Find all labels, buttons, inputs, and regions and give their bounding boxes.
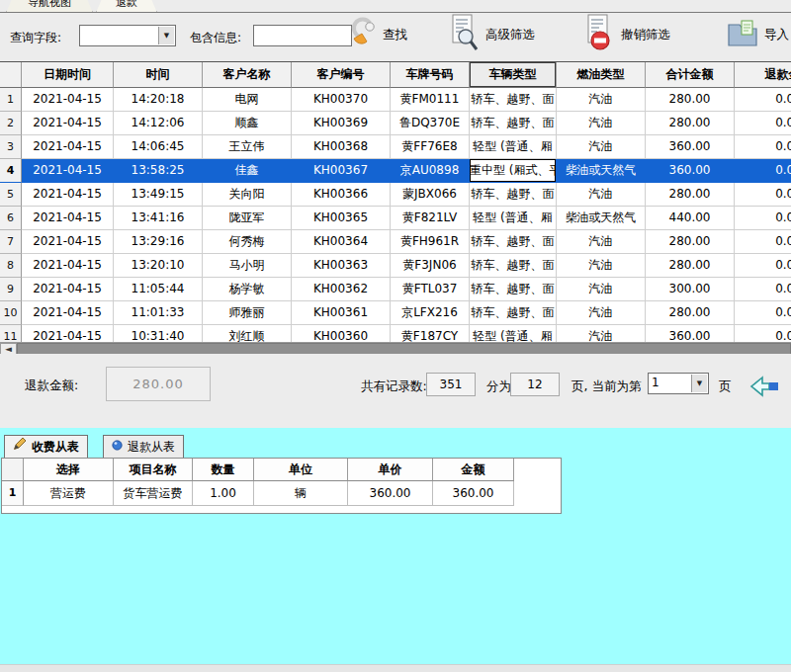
grid-cell[interactable]: 2021-04-15 bbox=[22, 88, 114, 112]
grid-cell[interactable]: 0.00 bbox=[735, 325, 791, 342]
grid-cell[interactable]: 2021-04-15 bbox=[22, 135, 114, 159]
grid-cell[interactable]: 2021-04-15 bbox=[22, 159, 114, 183]
grid-cell[interactable]: 0.00 bbox=[735, 301, 791, 325]
grid-cell[interactable]: 黄FM0111 bbox=[391, 88, 470, 112]
column-header-time[interactable]: 时间 bbox=[114, 62, 203, 88]
grid-cell[interactable]: 280.00 bbox=[646, 230, 735, 254]
grid-cell[interactable]: 佳鑫 bbox=[203, 159, 292, 183]
table-row[interactable]: 52021-04-1513:49:15关向阳KH00366蒙JBX066轿车、越… bbox=[0, 183, 791, 207]
row-number[interactable]: 8 bbox=[0, 254, 22, 278]
grid-cell[interactable]: 0.00 bbox=[735, 183, 791, 207]
grid-cell[interactable]: 2021-04-15 bbox=[22, 112, 114, 135]
table-row[interactable]: 62021-04-1513:41:16陇亚军KH00365黄F821LV轻型 (… bbox=[0, 207, 791, 230]
advanced-filter-button[interactable]: 高级筛选 bbox=[450, 13, 535, 56]
tab-charge-subtable[interactable]: 收费从表 bbox=[4, 435, 88, 459]
grid-cell[interactable]: 马小明 bbox=[203, 254, 292, 278]
grid-cell[interactable]: 0.00 bbox=[735, 254, 791, 278]
grid-cell[interactable]: KH00369 bbox=[292, 112, 391, 135]
detail-header-amount[interactable]: 金额 bbox=[433, 459, 514, 481]
column-header-refund[interactable]: 退款金额 bbox=[735, 62, 791, 88]
grid-cell[interactable]: 京AU0898 bbox=[391, 159, 470, 183]
grid-cell[interactable]: 14:20:18 bbox=[114, 88, 203, 112]
grid-cell[interactable]: 0.00 bbox=[735, 230, 791, 254]
grid-cell[interactable]: 13:49:15 bbox=[114, 183, 203, 207]
grid-cell[interactable]: KH00367 bbox=[292, 159, 391, 183]
grid-cell[interactable]: KH00363 bbox=[292, 254, 391, 278]
grid-cell[interactable]: 280.00 bbox=[646, 112, 735, 135]
column-header-custcode[interactable]: 客户编号 bbox=[292, 62, 391, 88]
grid-cell[interactable]: KH00361 bbox=[292, 301, 391, 325]
grid-cell[interactable]: 陇亚军 bbox=[203, 207, 292, 230]
scrollbar-thumb[interactable] bbox=[17, 343, 791, 354]
grid-cell[interactable]: 何秀梅 bbox=[203, 230, 292, 254]
previous-page-arrow-icon[interactable] bbox=[748, 376, 780, 401]
grid-cell[interactable]: KH00368 bbox=[292, 135, 391, 159]
grid-cell[interactable]: KH00362 bbox=[292, 278, 391, 301]
grid-cell[interactable]: 2021-04-15 bbox=[22, 301, 114, 325]
detail-cell[interactable]: 货车营运费 bbox=[114, 481, 193, 506]
grid-cell[interactable]: 13:29:16 bbox=[114, 230, 203, 254]
row-number[interactable]: 11 bbox=[0, 325, 22, 342]
column-header-fueltype[interactable]: 燃油类型 bbox=[557, 62, 646, 88]
grid-cell[interactable]: KH00360 bbox=[292, 325, 391, 342]
grid-cell[interactable]: 黄F821LV bbox=[391, 207, 470, 230]
grid-cell[interactable]: 0.00 bbox=[735, 135, 791, 159]
grid-cell[interactable]: 汽油 bbox=[557, 112, 646, 135]
column-header-datetime[interactable]: 日期时间 bbox=[22, 62, 114, 88]
grid-cell[interactable]: 300.00 bbox=[646, 278, 735, 301]
row-number[interactable]: 1 bbox=[0, 88, 22, 112]
grid-cell[interactable]: 黄FTL037 bbox=[391, 278, 470, 301]
grid-cell[interactable]: 0.00 bbox=[735, 278, 791, 301]
table-row[interactable]: 32021-04-1514:06:45王立伟KH00368黄FF76E8轻型 (… bbox=[0, 135, 791, 159]
table-row[interactable]: 12021-04-1514:20:18电网KH00370黄FM0111轿车、越野… bbox=[0, 88, 791, 112]
grid-cell[interactable]: 轿车、越野、面 bbox=[470, 230, 557, 254]
grid-cell[interactable]: 汽油 bbox=[557, 135, 646, 159]
query-field-combobox[interactable]: ▼ bbox=[79, 25, 176, 46]
grid-cell[interactable]: 360.00 bbox=[646, 159, 735, 183]
tab-refund-subtable[interactable]: 退款从表 bbox=[103, 435, 184, 459]
grid-cell[interactable]: 关向阳 bbox=[203, 183, 292, 207]
grid-cell[interactable]: 11:05:44 bbox=[114, 278, 203, 301]
row-number[interactable]: 4 bbox=[0, 159, 22, 183]
grid-cell[interactable]: 师雅丽 bbox=[203, 301, 292, 325]
grid-cell[interactable]: 杨学敏 bbox=[203, 278, 292, 301]
grid-cell[interactable]: 汽油 bbox=[557, 301, 646, 325]
grid-cell[interactable]: 14:12:06 bbox=[114, 112, 203, 135]
grid-cell[interactable]: 重中型 (厢式、平 bbox=[470, 159, 557, 183]
grid-cell[interactable]: 0.00 bbox=[735, 207, 791, 230]
row-number[interactable]: 9 bbox=[0, 278, 22, 301]
grid-cell[interactable]: 黄F187CY bbox=[391, 325, 470, 342]
grid-cell[interactable]: 轿车、越野、面 bbox=[470, 301, 557, 325]
grid-cell[interactable]: 轻型 (普通、厢 bbox=[470, 207, 557, 230]
grid-cell[interactable]: 280.00 bbox=[646, 254, 735, 278]
grid-cell[interactable]: 轿车、越野、面 bbox=[470, 183, 557, 207]
grid-cell[interactable]: 0.00 bbox=[735, 159, 791, 183]
grid-cell[interactable]: 0.00 bbox=[735, 112, 791, 135]
column-header-total[interactable]: 合计金额 bbox=[646, 62, 735, 88]
grid-cell[interactable]: 黄F3JN06 bbox=[391, 254, 470, 278]
grid-cell[interactable]: 13:41:16 bbox=[114, 207, 203, 230]
detail-header-select[interactable]: 选择 bbox=[24, 459, 114, 481]
row-number[interactable]: 5 bbox=[0, 183, 22, 207]
table-row[interactable]: 42021-04-1513:58:25佳鑫KH00367京AU0898重中型 (… bbox=[0, 159, 791, 183]
grid-cell[interactable]: 顺鑫 bbox=[203, 112, 292, 135]
grid-cell[interactable]: 轿车、越野、面 bbox=[470, 112, 557, 135]
grid-cell[interactable]: 0.00 bbox=[735, 88, 791, 112]
grid-cell[interactable]: 王立伟 bbox=[203, 135, 292, 159]
grid-cell[interactable]: 汽油 bbox=[557, 325, 646, 342]
grid-cell[interactable]: 10:31:40 bbox=[114, 325, 203, 342]
grid-cell[interactable]: 360.00 bbox=[646, 325, 735, 342]
row-number[interactable]: 3 bbox=[0, 135, 22, 159]
grid-cell[interactable]: 2021-04-15 bbox=[22, 230, 114, 254]
grid-cell[interactable]: 汽油 bbox=[557, 183, 646, 207]
detail-row[interactable]: 1营运费货车营运费1.00辆360.00360.00 bbox=[2, 481, 562, 506]
grid-cell[interactable]: 280.00 bbox=[646, 183, 735, 207]
table-row[interactable]: 82021-04-1513:20:10马小明KH00363黄F3JN06轿车、越… bbox=[0, 254, 791, 278]
table-row[interactable]: 112021-04-1510:31:40刘红顺KH00360黄F187CY轻型 … bbox=[0, 325, 791, 342]
detail-cell[interactable]: 辆 bbox=[254, 481, 348, 506]
row-number[interactable]: 2 bbox=[0, 112, 22, 135]
find-button[interactable]: 查找 bbox=[349, 17, 407, 52]
column-header-plate[interactable]: 车牌号码 bbox=[391, 62, 470, 88]
grid-cell[interactable]: 13:58:25 bbox=[114, 159, 203, 183]
chevron-down-icon[interactable]: ▼ bbox=[158, 27, 174, 44]
